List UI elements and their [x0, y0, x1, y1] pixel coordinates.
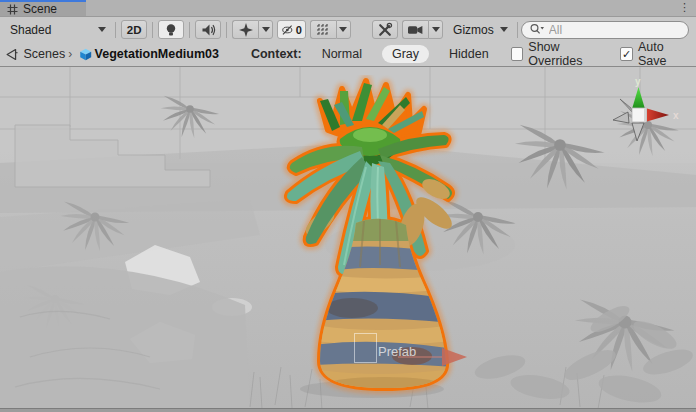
lightbulb-icon	[163, 22, 179, 38]
axis-x-cone[interactable]	[647, 109, 669, 122]
show-overrides-toggle[interactable]: Show Overrides	[511, 40, 608, 68]
unity-logo-icon	[5, 47, 18, 62]
scene-viewport[interactable]: Prefab y x	[0, 67, 696, 412]
auto-save-label: Auto Save	[638, 40, 689, 68]
camera-dropdown[interactable]	[428, 20, 443, 39]
chevron-down-icon	[500, 27, 508, 32]
tab-strip: Scene ⋮	[0, 0, 696, 17]
2d-toggle-button[interactable]: 2D	[121, 20, 147, 39]
prefab-context-bar: Scenes › VegetationMedium03 Context: Nor…	[0, 42, 696, 67]
audio-toggle-button[interactable]	[195, 20, 221, 39]
breadcrumb-separator: ›	[68, 47, 72, 61]
axis-back-cone[interactable]	[620, 99, 633, 113]
axis-neg-x-cone[interactable]	[613, 112, 629, 123]
tab-menu-icon[interactable]: ⋮	[673, 0, 696, 16]
context-label: Context:	[251, 47, 302, 61]
chevron-down-icon	[98, 27, 106, 32]
toolbar-separator	[115, 22, 116, 38]
toolbar-separator	[189, 22, 190, 38]
speaker-icon	[200, 22, 217, 38]
scene-toolbar: Shaded 2D	[0, 17, 696, 42]
chevron-down-icon	[262, 27, 270, 32]
gizmo-cube-shade	[644, 108, 646, 122]
scene-search	[521, 20, 689, 39]
prefab-cube-icon	[79, 47, 92, 62]
context-option-gray[interactable]: Gray	[382, 45, 429, 63]
auto-save-toggle[interactable]: ✓ Auto Save	[620, 40, 689, 68]
draw-mode-dropdown[interactable]: Shaded	[4, 20, 112, 40]
toolbar-separator	[152, 22, 153, 38]
grid-icon	[315, 22, 331, 38]
camera-button-group	[402, 20, 443, 39]
effects-sparkle-icon	[238, 22, 254, 38]
hidden-object-count: 0	[296, 24, 302, 36]
gizmos-dropdown[interactable]: Gizmos	[447, 20, 514, 40]
grid-visibility-button[interactable]	[310, 20, 336, 39]
prefab-badge: Prefab	[378, 344, 416, 359]
draw-mode-label: Shaded	[10, 23, 51, 37]
prefab-asset-name[interactable]: VegetationMedium03	[95, 47, 219, 61]
context-option-normal[interactable]: Normal	[316, 45, 368, 63]
toolbar-separator	[517, 22, 518, 38]
eye-hidden-icon	[281, 22, 294, 38]
window-bottom-edge	[0, 408, 696, 412]
scene-camera-button[interactable]	[402, 20, 428, 39]
toolbar-separator	[226, 22, 227, 38]
axis-neg-y-cone[interactable]	[632, 123, 644, 141]
show-overrides-checkbox[interactable]	[511, 47, 524, 61]
effects-button-group	[232, 20, 273, 39]
scene-view-window: Scene ⋮ Shaded 2D	[0, 0, 696, 412]
chevron-down-icon	[432, 27, 440, 32]
chevron-down-icon	[339, 27, 347, 32]
axis-x-label: x	[673, 110, 679, 121]
show-overrides-label: Show Overrides	[528, 40, 607, 68]
search-input[interactable]	[521, 21, 689, 39]
lighting-toggle-button[interactable]	[158, 20, 184, 39]
auto-save-checkbox[interactable]: ✓	[620, 47, 633, 61]
scene-visibility-button[interactable]: 0	[277, 20, 306, 39]
prefab-selection-frame[interactable]	[354, 333, 377, 363]
grid-dropdown[interactable]	[336, 20, 351, 39]
effects-dropdown[interactable]	[258, 20, 273, 39]
axis-y-cone[interactable]	[632, 87, 645, 109]
component-tools-button[interactable]	[372, 20, 398, 39]
axis-y-label: y	[635, 76, 641, 87]
tools-icon	[377, 22, 393, 38]
tab-title: Scene	[23, 2, 57, 16]
breadcrumb-scenes[interactable]: Scenes	[23, 47, 65, 61]
grid-button-group	[310, 20, 351, 39]
tab-scene[interactable]: Scene	[0, 0, 86, 16]
search-icon	[529, 23, 545, 36]
scene-grid-icon	[7, 4, 18, 15]
camera-icon	[407, 22, 424, 38]
gizmos-label: Gizmos	[453, 23, 494, 37]
gizmo-center-cube[interactable]	[632, 108, 646, 122]
context-option-hidden[interactable]: Hidden	[443, 45, 495, 63]
orientation-gizmo[interactable]: y x	[604, 75, 692, 147]
effects-toggle-button[interactable]	[232, 20, 258, 39]
